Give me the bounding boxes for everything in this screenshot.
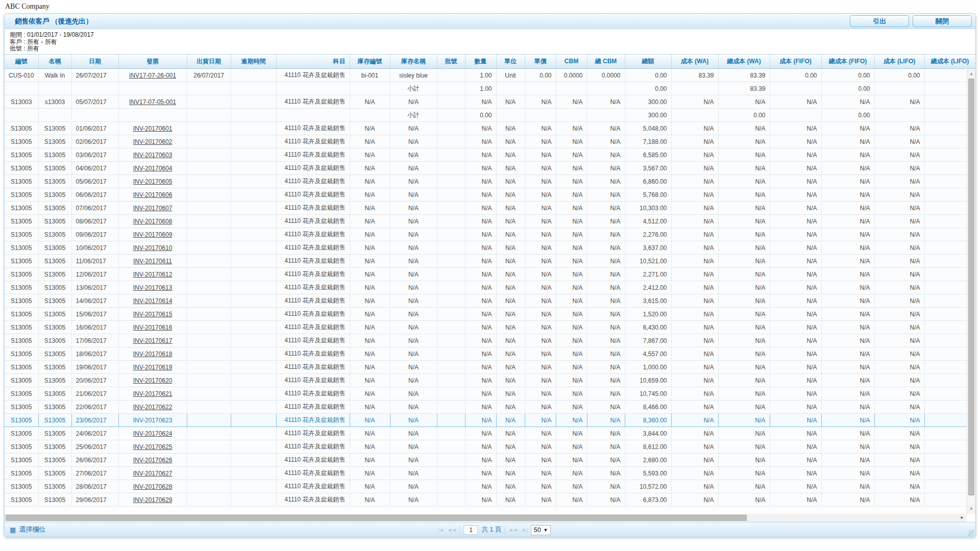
column-header-11[interactable]: 單位 xyxy=(496,55,525,69)
column-header-9[interactable]: 批號 xyxy=(437,55,465,69)
scroll-right-icon[interactable]: ► xyxy=(959,514,966,522)
column-header-0[interactable]: 編號 xyxy=(5,55,38,69)
invoice-link[interactable]: INV-20170625 xyxy=(133,443,173,450)
subtotal-row[interactable]: 小計0.00300.000.000.00 xyxy=(5,109,975,122)
vertical-scrollbar-thumb[interactable] xyxy=(968,79,974,495)
table-row[interactable]: S13005S1300504/06/2017INV-2017060441110 … xyxy=(5,162,975,175)
column-header-13[interactable]: CBM xyxy=(556,55,587,69)
subtotal-row[interactable]: 小計1.000.0083.390.00 xyxy=(5,82,975,95)
table-row[interactable]: S13005S1300502/06/2017INV-2017060241110 … xyxy=(5,135,975,148)
column-header-15[interactable]: 總額 xyxy=(625,55,671,69)
table-row[interactable]: S13005S1300528/06/2017INV-2017062841110 … xyxy=(5,480,975,493)
table-row[interactable]: CUS-010Walk In26/07/2017INV17-07-26-0012… xyxy=(5,69,975,82)
table-row[interactable]: S13005S1300505/06/2017INV-2017060541110 … xyxy=(5,175,975,188)
horizontal-scrollbar[interactable]: ► xyxy=(5,514,967,522)
page-number-input[interactable] xyxy=(463,525,478,535)
invoice-link[interactable]: INV-20170628 xyxy=(133,483,173,490)
table-row[interactable]: S13005S1300509/06/2017INV-2017060941110 … xyxy=(5,228,975,241)
table-row[interactable]: S13005S1300507/06/2017INV-2017060741110 … xyxy=(5,202,975,215)
table-row[interactable]: S13005S1300511/06/2017INV-2017061141110 … xyxy=(5,255,975,268)
table-row[interactable]: S13005S1300524/06/2017INV-2017062441110 … xyxy=(5,427,975,440)
table-row[interactable]: S13005S1300525/06/2017INV-2017062541110 … xyxy=(5,440,975,454)
column-header-16[interactable]: 成本 (WA) xyxy=(671,55,718,69)
table-row[interactable]: S13003s1300305/07/2017INV17-07-05-001411… xyxy=(5,95,975,109)
column-header-6[interactable]: 科目 xyxy=(276,55,350,69)
table-row[interactable]: S13005S1300527/06/2017INV-2017062741110 … xyxy=(5,467,975,480)
table-row[interactable]: S13005S1300518/06/2017INV-2017061841110 … xyxy=(5,347,975,361)
horizontal-scrollbar-thumb[interactable] xyxy=(6,515,747,521)
invoice-link[interactable]: INV-20170621 xyxy=(133,390,173,397)
column-header-4[interactable]: 出貨日期 xyxy=(187,55,231,69)
invoice-link[interactable]: INV-20170615 xyxy=(133,311,173,318)
column-header-2[interactable]: 日期 xyxy=(71,55,118,69)
table-row[interactable]: S13005S1300521/06/2017INV-2017062141110 … xyxy=(5,387,975,400)
invoice-link[interactable]: INV-20170618 xyxy=(133,350,173,358)
prev-page-icon[interactable]: ◄◄ xyxy=(447,527,456,533)
table-row[interactable]: S13005S1300523/06/2017INV-2017062341110 … xyxy=(5,414,975,427)
invoice-link[interactable]: INV-20170606 xyxy=(133,191,173,198)
invoice-link[interactable]: INV-20170617 xyxy=(133,337,173,344)
invoice-link[interactable]: INV-20170620 xyxy=(133,377,173,384)
invoice-link[interactable]: INV-20170629 xyxy=(133,496,173,504)
page-size-select[interactable]: 50 ▼ xyxy=(531,525,551,535)
next-page-icon[interactable]: ►► xyxy=(509,527,518,533)
column-header-7[interactable]: 庫存編號 xyxy=(350,55,390,69)
table-row[interactable]: S13005S1300503/06/2017INV-2017060341110 … xyxy=(5,148,975,162)
invoice-link[interactable]: INV17-07-05-001 xyxy=(129,98,176,106)
resize-grip[interactable] xyxy=(968,530,974,536)
invoice-link[interactable]: INV-20170610 xyxy=(133,244,173,252)
invoice-link[interactable]: INV-20170627 xyxy=(133,470,173,477)
first-page-icon[interactable]: |◄ xyxy=(438,527,444,533)
column-header-10[interactable]: 數量 xyxy=(465,55,496,69)
column-header-18[interactable]: 成本 (FIFO) xyxy=(770,55,821,69)
invoice-link[interactable]: INV-20170607 xyxy=(133,205,173,212)
invoice-link[interactable]: INV-20170602 xyxy=(133,138,173,145)
table-row[interactable]: S13005S1300520/06/2017INV-2017062041110 … xyxy=(5,374,975,387)
invoice-link[interactable]: INV-20170613 xyxy=(133,284,173,291)
column-header-21[interactable]: 總成本 (LIFO) xyxy=(924,55,975,69)
invoice-link[interactable]: INV-20170603 xyxy=(133,152,173,159)
invoice-link[interactable]: INV-20170601 xyxy=(133,125,173,132)
table-row[interactable]: S13005S1300515/06/2017INV-2017061541110 … xyxy=(5,308,975,321)
table-row[interactable]: S13005S1300519/06/2017INV-2017061941110 … xyxy=(5,361,975,374)
export-button[interactable]: 引出 xyxy=(850,15,909,27)
close-button[interactable]: 關閉 xyxy=(913,15,972,27)
scroll-up-icon[interactable]: ▲ xyxy=(967,70,975,78)
invoice-link[interactable]: INV-20170622 xyxy=(133,404,173,411)
last-page-icon[interactable]: ►| xyxy=(522,527,527,533)
invoice-link[interactable]: INV-20170608 xyxy=(133,218,173,225)
table-row[interactable]: S13005S1300512/06/2017INV-2017061241110 … xyxy=(5,268,975,281)
invoice-link[interactable]: INV-20170614 xyxy=(133,297,173,305)
invoice-link[interactable]: INV-20170624 xyxy=(133,430,173,437)
column-header-1[interactable]: 名稱 xyxy=(38,55,71,69)
table-row[interactable]: S13005S1300529/06/2017INV-2017062941110 … xyxy=(5,493,975,507)
invoice-link[interactable]: INV-20170605 xyxy=(133,178,173,185)
table-row[interactable]: S13005S1300501/06/2017INV-2017060141110 … xyxy=(5,122,975,135)
invoice-link[interactable]: INV-20170604 xyxy=(133,165,173,172)
table-row[interactable]: S13005S1300517/06/2017INV-2017061741110 … xyxy=(5,334,975,347)
table-row[interactable]: S13005S1300526/06/2017INV-2017062641110 … xyxy=(5,454,975,467)
invoice-link[interactable]: INV-20170623 xyxy=(133,417,173,424)
table-row[interactable]: S13005S1300510/06/2017INV-2017061041110 … xyxy=(5,241,975,255)
invoice-link[interactable]: INV-20170612 xyxy=(133,271,173,278)
column-header-12[interactable]: 單價 xyxy=(525,55,556,69)
invoice-link[interactable]: INV-20170609 xyxy=(133,231,173,238)
column-header-14[interactable]: 總 CBM xyxy=(587,55,625,69)
scroll-down-icon[interactable]: ▼ xyxy=(967,505,975,513)
table-row[interactable]: S13005S1300514/06/2017INV-2017061441110 … xyxy=(5,294,975,308)
column-header-17[interactable]: 總成本 (WA) xyxy=(718,55,770,69)
invoice-link[interactable]: INV17-07-26-001 xyxy=(129,72,176,79)
table-row[interactable]: S13005S1300513/06/2017INV-2017061341110 … xyxy=(5,281,975,294)
vertical-scrollbar[interactable]: ▲ ▼ xyxy=(967,69,975,514)
select-columns-button[interactable]: ▦ 選擇欄位 xyxy=(10,525,45,534)
table-row[interactable]: S13005S1300516/06/2017INV-2017061641110 … xyxy=(5,321,975,334)
invoice-link[interactable]: INV-20170626 xyxy=(133,457,173,464)
column-header-19[interactable]: 總成本 (FIFO) xyxy=(821,55,874,69)
invoice-link[interactable]: INV-20170619 xyxy=(133,364,173,371)
column-header-20[interactable]: 成本 (LIFO) xyxy=(874,55,924,69)
table-row[interactable]: S13005S1300506/06/2017INV-2017060641110 … xyxy=(5,188,975,202)
table-row[interactable]: S13005S1300522/06/2017INV-2017062241110 … xyxy=(5,400,975,414)
column-header-8[interactable]: 庫存名稱 xyxy=(390,55,437,69)
invoice-link[interactable]: INV-20170611 xyxy=(133,258,172,265)
column-header-5[interactable]: 逾期時間 xyxy=(231,55,276,69)
